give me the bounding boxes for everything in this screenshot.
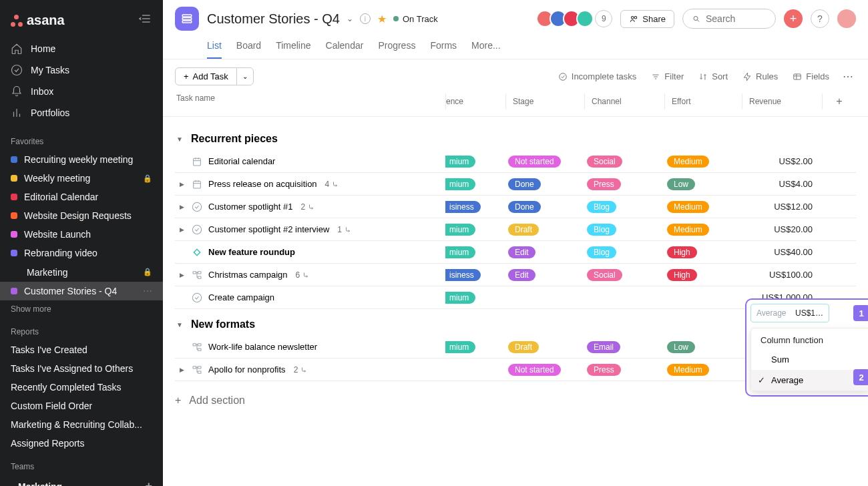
help-button[interactable]: ? (811, 9, 829, 28)
stage-tag[interactable]: Edit (508, 269, 535, 281)
tab-more[interactable]: More... (471, 35, 501, 59)
effort-tag[interactable]: Low (667, 178, 695, 190)
project-title[interactable]: Customer Stories - Q4 (207, 11, 340, 27)
stage-tag[interactable]: Draft (508, 224, 539, 236)
toolbar-more-icon[interactable]: ⋯ (840, 70, 856, 83)
effort-tag[interactable]: Low (667, 341, 695, 353)
info-icon[interactable]: i (360, 13, 371, 24)
project-status[interactable]: On Track (393, 14, 438, 24)
stage-tag[interactable]: Done (508, 201, 541, 213)
channel-tag[interactable]: Blog (587, 201, 616, 213)
favorite-weekly-meeting[interactable]: Weekly meeting🔒 (0, 169, 163, 188)
avatar-overflow-count[interactable]: 9 (595, 10, 612, 27)
column-audience-cut[interactable]: ence (445, 93, 505, 109)
tab-board[interactable]: Board (236, 35, 261, 59)
channel-tag[interactable]: Social (587, 156, 622, 168)
menu-item-average[interactable]: Average (751, 370, 868, 391)
effort-tag[interactable]: Medium (667, 364, 709, 376)
task-row[interactable]: ▶Press release on acquisition4miumDonePr… (175, 173, 856, 196)
task-row[interactable]: ▶Customer spotlight #2 interview1miumDra… (175, 218, 856, 241)
audience-tag[interactable]: mium (445, 224, 475, 236)
add-column-button[interactable]: + (822, 93, 856, 109)
column-task-name[interactable]: Task name (175, 93, 445, 109)
effort-tag[interactable]: High (667, 269, 697, 281)
incomplete-tasks-filter[interactable]: Incomplete tasks (554, 69, 641, 84)
favorite-rebranding-video[interactable]: Rebranding video (0, 244, 163, 262)
favorite-website-design-requests[interactable]: Website Design Requests (0, 206, 163, 225)
report-item[interactable]: Tasks I've Created (0, 340, 163, 359)
expand-icon[interactable]: ▶ (178, 181, 186, 188)
channel-tag[interactable]: Blog (587, 246, 616, 258)
report-item[interactable]: Custom Field Order (0, 397, 163, 415)
favorite-marketing[interactable]: Marketing🔒 (0, 262, 163, 282)
task-row[interactable]: Editorial calendarmiumNot startedSocialM… (175, 150, 856, 173)
column-stage[interactable]: Stage (505, 93, 584, 109)
current-user-avatar[interactable] (837, 9, 856, 28)
expand-icon[interactable]: ▶ (178, 272, 186, 278)
search-input[interactable] (682, 9, 776, 29)
expand-icon[interactable]: ▶ (178, 367, 186, 373)
favorite-editorial-calendar[interactable]: Editorial Calendar (0, 188, 163, 206)
share-button[interactable]: Share (620, 10, 674, 28)
audience-tag[interactable]: mium (445, 246, 475, 258)
audience-tag[interactable]: mium (445, 341, 475, 353)
show-more-favorites[interactable]: Show more (0, 300, 163, 318)
report-item[interactable]: Marketing & Recruiting Collab... (0, 415, 163, 434)
sort-button[interactable]: Sort (694, 69, 732, 84)
audience-tag[interactable]: mium (445, 178, 475, 190)
revenue-value[interactable]: US$20.00 (742, 224, 822, 234)
global-add-button[interactable]: + (784, 9, 803, 28)
effort-tag[interactable]: High (667, 246, 697, 258)
task-row[interactable]: ▶Christmas campaign6isinessEditSocialHig… (175, 264, 856, 286)
tab-timeline[interactable]: Timeline (276, 35, 310, 59)
channel-tag[interactable]: Press (587, 364, 621, 376)
avatar[interactable] (576, 10, 594, 27)
report-item[interactable]: Assigned Reports (0, 434, 163, 453)
report-item[interactable]: Recently Completed Tasks (0, 378, 163, 397)
task-row[interactable]: ▶Customer spotlight #12isinessDoneBlogMe… (175, 196, 856, 218)
search-field[interactable] (706, 13, 766, 24)
stage-tag[interactable]: Not started (508, 156, 561, 168)
favorite-customer-stories-q4[interactable]: Customer Stories - Q4⋯ (0, 282, 163, 300)
tab-progress[interactable]: Progress (378, 35, 415, 59)
task-row[interactable]: New feature roundupmiumEditBlogHighUS$40… (175, 241, 856, 264)
audience-tag[interactable]: isiness (445, 201, 481, 213)
nav-portfolios[interactable]: Portfolios (0, 102, 163, 124)
tab-calendar[interactable]: Calendar (326, 35, 364, 59)
revenue-value[interactable]: US$12.00 (742, 202, 822, 212)
collapse-sidebar-icon[interactable] (139, 12, 152, 29)
channel-tag[interactable]: Social (587, 269, 622, 281)
revenue-value[interactable]: US$40.00 (742, 247, 822, 257)
revenue-value[interactable]: US$2.00 (742, 156, 822, 166)
nav-my-tasks[interactable]: My Tasks (0, 59, 163, 81)
audience-tag[interactable]: mium (445, 156, 475, 168)
star-icon[interactable]: ★ (377, 13, 387, 25)
nav-inbox[interactable]: Inbox (0, 81, 163, 102)
add-task-button[interactable]: +Add Task ⌄ (175, 67, 254, 85)
team-marketing[interactable]: ▾Marketing + (0, 475, 163, 486)
stage-tag[interactable]: Draft (508, 341, 539, 353)
more-icon[interactable]: ⋯ (143, 286, 152, 296)
project-menu-chevron-icon[interactable]: ⌄ (347, 14, 353, 23)
effort-tag[interactable]: Medium (667, 156, 709, 168)
report-item[interactable]: Tasks I've Assigned to Others (0, 359, 163, 378)
column-revenue[interactable]: Revenue (742, 93, 822, 109)
asana-logo[interactable]: asana (11, 13, 65, 28)
expand-icon[interactable]: ▶ (178, 204, 186, 210)
column-channel[interactable]: Channel (584, 93, 664, 109)
channel-tag[interactable]: Press (587, 178, 621, 190)
channel-tag[interactable]: Blog (587, 224, 616, 236)
fields-button[interactable]: Fields (789, 69, 833, 84)
member-avatars[interactable]: 9 (540, 10, 612, 27)
audience-tag[interactable]: isiness (445, 269, 481, 281)
effort-tag[interactable]: Medium (667, 201, 709, 213)
section-header[interactable]: ▼Recurrent pieces (175, 124, 856, 150)
menu-item-sum[interactable]: Sum (751, 349, 868, 370)
stage-tag[interactable]: Not started (508, 364, 561, 376)
favorite-website-launch[interactable]: Website Launch (0, 225, 163, 244)
aggregate-display[interactable]: Average US$1… (750, 304, 829, 322)
favorite-recruiting-weekly-meeting[interactable]: Recruiting weekly meeting (0, 150, 163, 169)
add-team-icon[interactable]: + (145, 479, 152, 486)
column-effort[interactable]: Effort (664, 93, 742, 109)
filter-button[interactable]: Filter (647, 69, 688, 84)
